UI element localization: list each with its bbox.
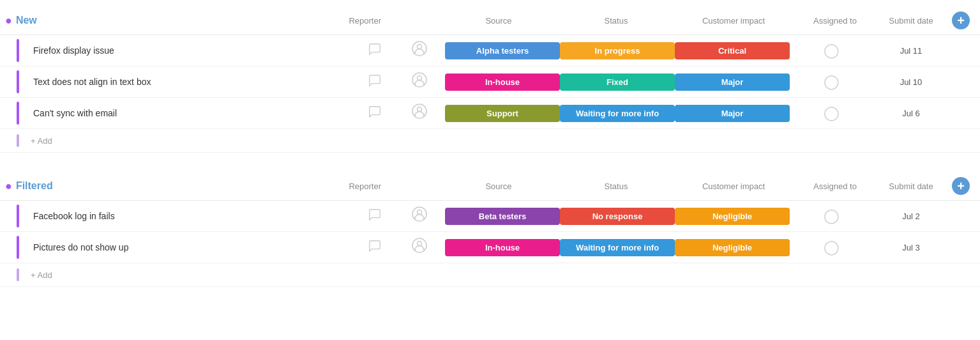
add-section-button[interactable]: + xyxy=(952,177,970,195)
comment-icon[interactable] xyxy=(356,105,394,122)
status-badge[interactable]: Waiting for more info xyxy=(560,239,675,256)
avatar-icon xyxy=(394,238,445,257)
status-cell[interactable]: Waiting for more info xyxy=(560,239,675,256)
assigned-to-col-header: Assigned to xyxy=(794,182,877,191)
impact-cell[interactable]: Negligible xyxy=(675,208,790,225)
status-cell[interactable]: No response xyxy=(560,208,675,225)
submit-date-cell: Jul 11 xyxy=(873,46,949,56)
table-row[interactable]: Can't sync with email Support Waiting fo… xyxy=(0,98,980,129)
submit-date-cell: Jul 3 xyxy=(873,243,949,252)
impact-badge[interactable]: Critical xyxy=(675,42,790,59)
status-col-header: Status xyxy=(559,16,674,26)
section-title: Filtered xyxy=(16,180,53,192)
impact-cell[interactable]: Major xyxy=(675,73,790,91)
source-badge[interactable]: In-house xyxy=(445,239,560,256)
row-indicator xyxy=(5,102,31,125)
status-cell[interactable]: Fixed xyxy=(560,73,675,91)
submit-date-col-header: Submit date xyxy=(879,16,943,26)
source-cell[interactable]: In-house xyxy=(445,73,560,91)
customer-impact-col-header: Customer impact xyxy=(676,16,791,26)
impact-cell[interactable]: Major xyxy=(675,105,790,122)
source-cell[interactable]: Beta testers xyxy=(445,208,560,225)
impact-cell[interactable]: Negligible xyxy=(675,239,790,256)
svg-point-7 xyxy=(418,210,422,215)
source-cell[interactable]: Alpha testers xyxy=(445,42,560,59)
avatar-icon xyxy=(394,72,445,91)
status-badge[interactable]: In progress xyxy=(560,42,675,59)
section-title-icon: ● xyxy=(5,180,12,193)
row-title: Can't sync with email xyxy=(31,108,356,118)
section-header: ● New Reporter Source Status Customer im… xyxy=(0,6,980,35)
add-row-label[interactable]: + Add xyxy=(31,136,975,146)
avatar-icon xyxy=(394,206,445,226)
row-indicator xyxy=(5,236,31,259)
customer-impact-col-header: Customer impact xyxy=(676,182,791,191)
section-title-icon: ● xyxy=(5,14,12,27)
assigned-to-cell: ◯ xyxy=(790,42,873,59)
row-indicator xyxy=(5,39,31,62)
impact-badge[interactable]: Major xyxy=(675,73,790,91)
section-filtered: ● Filtered Reporter Source Status Custom… xyxy=(0,172,980,287)
table-row[interactable]: Facebook log in fails Beta testers No re… xyxy=(0,201,980,232)
svg-point-5 xyxy=(418,107,422,112)
assigned-to-col-header: Assigned to xyxy=(794,16,877,26)
source-badge[interactable]: Beta testers xyxy=(445,208,560,225)
source-col-header: Source xyxy=(441,16,556,26)
comment-icon[interactable] xyxy=(356,239,394,256)
submit-date-cell: Jul 10 xyxy=(873,77,949,87)
reporter-col-header: Reporter xyxy=(349,16,381,26)
svg-point-3 xyxy=(418,76,422,81)
assigned-to-cell: ◯ xyxy=(790,73,873,90)
source-badge[interactable]: Alpha testers xyxy=(445,42,560,59)
svg-point-9 xyxy=(418,242,422,246)
status-cell[interactable]: Waiting for more info xyxy=(560,105,675,122)
assigned-to-cell: ◯ xyxy=(790,105,873,121)
assigned-to-cell: ◯ xyxy=(790,239,873,256)
submit-date-col-header: Submit date xyxy=(879,182,943,191)
submit-date-cell: Jul 2 xyxy=(873,212,949,221)
status-cell[interactable]: In progress xyxy=(560,42,675,59)
table-row[interactable]: Text does not align in text box In-house… xyxy=(0,66,980,98)
add-row-indicator xyxy=(5,268,31,281)
add-section-button[interactable]: + xyxy=(952,12,970,29)
row-indicator xyxy=(5,70,31,93)
svg-point-1 xyxy=(418,45,422,49)
impact-badge[interactable]: Negligible xyxy=(675,208,790,225)
status-badge[interactable]: Fixed xyxy=(560,73,675,91)
section-header: ● Filtered Reporter Source Status Custom… xyxy=(0,172,980,201)
comment-icon[interactable] xyxy=(356,73,394,91)
add-row-button[interactable]: + Add xyxy=(0,129,980,153)
row-title: Pictures do not show up xyxy=(31,242,356,252)
row-title: Facebook log in fails xyxy=(31,211,356,221)
section-title: New xyxy=(16,15,37,26)
reporter-col-header: Reporter xyxy=(349,182,381,191)
row-title: Text does not align in text box xyxy=(31,77,356,87)
table-row[interactable]: Pictures do not show up In-house Waiting… xyxy=(0,232,980,263)
add-row-button[interactable]: + Add xyxy=(0,263,980,287)
comment-icon[interactable] xyxy=(356,208,394,225)
add-row-indicator xyxy=(5,134,31,147)
table-row[interactable]: Firefox display issue Alpha testers In p… xyxy=(0,35,980,66)
impact-cell[interactable]: Critical xyxy=(675,42,790,59)
avatar-icon xyxy=(394,41,445,60)
submit-date-cell: Jul 6 xyxy=(873,109,949,118)
avatar-icon xyxy=(394,104,445,123)
impact-badge[interactable]: Negligible xyxy=(675,239,790,256)
source-col-header: Source xyxy=(441,182,556,191)
source-cell[interactable]: In-house xyxy=(445,239,560,256)
status-col-header: Status xyxy=(559,182,674,191)
source-badge[interactable]: Support xyxy=(445,105,560,122)
comment-icon[interactable] xyxy=(356,42,394,59)
row-title: Firefox display issue xyxy=(31,45,356,56)
status-badge[interactable]: No response xyxy=(560,208,675,225)
source-cell[interactable]: Support xyxy=(445,105,560,122)
add-row-label[interactable]: + Add xyxy=(31,270,975,280)
status-badge[interactable]: Waiting for more info xyxy=(560,105,675,122)
section-new: ● New Reporter Source Status Customer im… xyxy=(0,6,980,153)
source-badge[interactable]: In-house xyxy=(445,73,560,91)
row-indicator xyxy=(5,205,31,228)
impact-badge[interactable]: Major xyxy=(675,105,790,122)
assigned-to-cell: ◯ xyxy=(790,208,873,224)
